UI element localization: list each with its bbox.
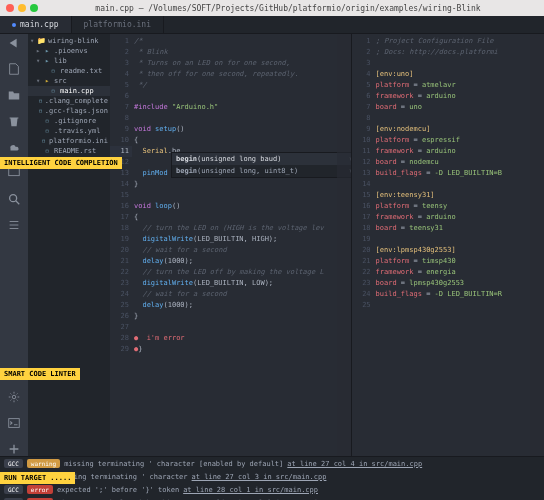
maximize-window-icon[interactable] <box>30 4 38 12</box>
activity-bar <box>0 34 28 456</box>
svg-point-1 <box>10 195 17 202</box>
close-window-icon[interactable] <box>6 4 14 12</box>
callout-linter: SMART CODE LINTER <box>0 368 80 380</box>
cloud-icon[interactable] <box>7 140 21 154</box>
plus-icon[interactable] <box>7 442 21 456</box>
search-icon[interactable] <box>7 192 21 206</box>
folder-icon[interactable] <box>7 88 21 102</box>
callout-completion: INTELLIGENT CODE COMPLETION <box>0 157 122 169</box>
editor-tabs: main.cpp platformio.ini <box>0 16 544 34</box>
autocomplete-popup[interactable]: begin(unsigned long baud)voidbegin(unsig… <box>171 152 351 178</box>
tab-platformio-ini[interactable]: platformio.ini <box>72 16 164 33</box>
lint-item[interactable]: GCCerrorexpected ';' before '}' token at… <box>0 483 544 496</box>
svg-point-2 <box>12 395 16 399</box>
window-titlebar: main.cpp — /Volumes/SOFT/Projects/GitHub… <box>0 0 544 16</box>
explorer-item[interactable]: ▾▸src <box>28 76 110 86</box>
explorer-item[interactable]: ▫readme.txt <box>28 66 110 76</box>
explorer-item[interactable]: ▫platformio.ini <box>28 136 110 146</box>
minimap[interactable] <box>530 34 544 456</box>
arrow-icon[interactable] <box>7 36 21 50</box>
line-numbers: 1234567891011121314151617181920212223242… <box>352 34 374 311</box>
svg-rect-3 <box>9 419 20 428</box>
trash-icon[interactable] <box>7 114 21 128</box>
tab-main-cpp[interactable]: main.cpp <box>0 16 72 33</box>
explorer-item[interactable]: ▫.travis.yml <box>28 126 110 136</box>
minimap[interactable] <box>337 34 351 456</box>
gear-icon[interactable] <box>7 390 21 404</box>
file-explorer: ▾📁wiring-blink ▸▸.pioenvs▾▸lib▫readme.tx… <box>28 34 110 456</box>
window-title: main.cpp — /Volumes/SOFT/Projects/GitHub… <box>38 4 538 13</box>
modified-dot-icon <box>12 23 16 27</box>
new-file-icon[interactable] <box>7 62 21 76</box>
explorer-item[interactable]: ▫.gcc-flags.json <box>28 106 110 116</box>
editor-right[interactable]: 1234567891011121314151617181920212223242… <box>351 34 544 456</box>
explorer-item[interactable]: ▫README.rst <box>28 146 110 156</box>
editor-left[interactable]: 1234567891011121314151617181920212223242… <box>110 34 351 456</box>
autocomplete-item[interactable]: begin(unsigned long, uint8_t)void <box>172 165 351 177</box>
minimize-window-icon[interactable] <box>18 4 26 12</box>
sliders-icon[interactable] <box>7 218 21 232</box>
lint-item[interactable]: GCCerrormissing terminating ' character … <box>0 470 544 483</box>
lint-item[interactable]: GCCerror'i' was not declared in this sco… <box>0 496 544 500</box>
svg-rect-0 <box>9 169 20 176</box>
explorer-item[interactable]: ▫main.cpp <box>28 86 110 96</box>
explorer-item[interactable]: ▸▸.pioenvs <box>28 46 110 56</box>
callout-run: RUN TARGET ..... <box>0 472 75 484</box>
autocomplete-item[interactable]: begin(unsigned long baud)void <box>172 153 351 165</box>
explorer-item[interactable]: ▫.clang_complete <box>28 96 110 106</box>
line-numbers: 1234567891011121314151617181920212223242… <box>110 34 132 355</box>
lint-item[interactable]: GCCwarningmissing terminating ' characte… <box>0 457 544 470</box>
explorer-root[interactable]: ▾📁wiring-blink <box>28 36 110 46</box>
terminal-icon[interactable] <box>7 416 21 430</box>
explorer-item[interactable]: ▫.gitignore <box>28 116 110 126</box>
explorer-item[interactable]: ▾▸lib <box>28 56 110 66</box>
linter-panel: GCCwarningmissing terminating ' characte… <box>0 456 544 500</box>
